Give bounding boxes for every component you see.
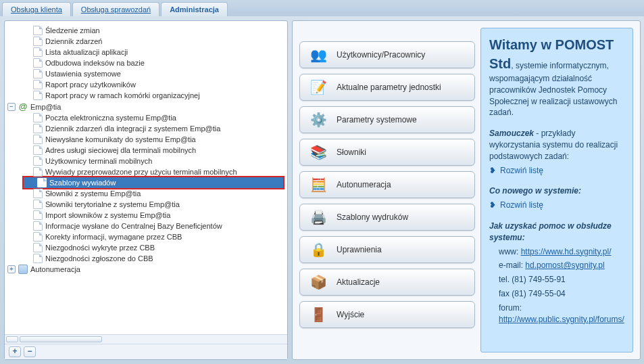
tree-item[interactable]: Dziennik zdarzeń dla integracji z system… — [22, 123, 284, 134]
page-icon — [37, 178, 47, 187]
page-icon — [33, 210, 43, 220]
autonumeration-button[interactable]: 🧮Autonumeracja — [299, 171, 475, 198]
page-icon — [33, 189, 43, 198]
tree-item[interactable]: Raport pracy użytkowników — [22, 79, 284, 90]
dashboard-panel: 👥Użytkownicy/Pracownicy 📝Aktualne parame… — [292, 20, 641, 360]
books-icon: 📚 — [309, 143, 327, 161]
gear-icon: ⚙️ — [309, 111, 327, 129]
page-icon — [33, 167, 43, 177]
tree-footer: + − — [5, 344, 287, 359]
page-icon — [33, 69, 43, 78]
horizontal-scrollbar[interactable] — [5, 334, 287, 344]
edit-icon: 📝 — [309, 78, 327, 96]
tab-administracja[interactable]: Administracja — [161, 2, 228, 16]
unit-params-button[interactable]: 📝Aktualne parametry jednostki — [299, 74, 475, 101]
page-icon — [33, 47, 43, 57]
users-button[interactable]: 👥Użytkownicy/Pracownicy — [299, 41, 475, 68]
www-link[interactable]: https://www.hd.sygnity.pl/ — [521, 247, 612, 256]
door-icon: 🚪 — [309, 306, 327, 323]
page-icon — [33, 91, 43, 100]
expand-all-button[interactable]: + — [9, 346, 21, 357]
page-icon — [33, 254, 43, 263]
users-icon: 👥 — [309, 46, 327, 64]
print-templates-button[interactable]: 🖨️Szablony wydruków — [299, 204, 475, 231]
contact-tel: tel. (81) 749-55-91 — [499, 274, 624, 286]
action-buttons: 👥Użytkownicy/Pracownicy 📝Aktualne parame… — [299, 28, 475, 352]
page-icon — [33, 26, 43, 35]
news-title: Co nowego w systemie: — [489, 186, 581, 196]
exit-button[interactable]: 🚪Wyjście — [299, 301, 475, 328]
page-icon — [33, 37, 43, 46]
tree-item[interactable]: Szablony wywiadów — [22, 176, 284, 189]
page-icon — [33, 58, 43, 68]
tree-item[interactable]: Słowniki terytorialne z systemu Emp@tia — [22, 199, 284, 210]
page-icon — [33, 135, 43, 144]
expand-samouczek[interactable]: ❥ Rozwiń listę — [489, 165, 624, 177]
tree-item[interactable]: Lista aktualizacji aplikacji — [22, 47, 284, 58]
dictionaries-button[interactable]: 📚Słowniki — [299, 139, 475, 166]
nav-tree[interactable]: Śledzenie zmianDziennik zdarzeńLista akt… — [5, 21, 287, 334]
collapse-icon[interactable]: − — [7, 103, 16, 111]
tree-item[interactable]: Import słowników z systemu Emp@tia — [22, 210, 284, 221]
tree-item[interactable]: Słowniki z systemu Emp@tia — [22, 188, 284, 199]
updates-button[interactable]: 📦Aktualizacje — [299, 269, 475, 296]
page-icon — [33, 80, 43, 89]
tree-root: Śledzenie zmianDziennik zdarzeńLista akt… — [7, 25, 284, 275]
expand-icon[interactable]: + — [7, 265, 16, 273]
page-icon — [33, 156, 43, 166]
page-icon — [33, 113, 43, 122]
contact-www: www: https://www.hd.sygnity.pl/ — [499, 246, 624, 258]
tree-group-autonumeracja[interactable]: Autonumeracja — [30, 265, 80, 273]
at-icon: @ — [18, 101, 28, 112]
package-icon: 📦 — [309, 273, 327, 291]
contact-email: e-mail: hd.pomost@sygnity.pl — [499, 260, 624, 271]
tree-item[interactable]: Śledzenie zmian — [22, 25, 284, 36]
tab-obsluga-sprawozdan[interactable]: Obsługa sprawozdań — [72, 2, 159, 16]
tab-bar: Obsługa klienta Obsługa sprawozdań Admin… — [0, 0, 644, 16]
collapse-all-button[interactable]: − — [24, 346, 36, 357]
permissions-button[interactable]: 🔒Uprawnienia — [299, 236, 475, 263]
tree-item[interactable]: Niezgodności wykryte przez CBB — [22, 242, 284, 253]
contact-fax: fax (81) 749-55-04 — [499, 288, 624, 300]
help-title: Jak uzyskać pomoc w obsłudze systemu: — [489, 221, 612, 242]
chevron-down-icon: ❥ — [489, 200, 496, 211]
welcome-panel: Witamy w POMOST Std, systemie informatyc… — [480, 28, 633, 352]
page-icon — [33, 221, 43, 231]
tree-item[interactable]: Odbudowa indeksów na bazie — [22, 58, 284, 68]
tree-item[interactable]: Niezgodności zgłoszone do CBB — [22, 253, 284, 264]
lock-icon: 🔒 — [309, 241, 327, 258]
grid-icon — [18, 265, 28, 274]
tree-item[interactable]: Adres usługi sieciowej dla terminali mob… — [22, 145, 284, 156]
tab-obsluga-klienta[interactable]: Obsługa klienta — [2, 2, 71, 16]
page-icon — [33, 200, 43, 209]
tree-item[interactable]: Użytkownicy terminali mobilnych — [22, 156, 284, 166]
tree-item[interactable]: Niewysłane komunikaty do systemu Emp@tia — [22, 134, 284, 145]
sys-params-button[interactable]: ⚙️Parametry systemowe — [299, 106, 475, 133]
samouczek-title: Samouczek — [489, 129, 534, 138]
tree-item[interactable]: Raport pracy w ramach komórki organizacy… — [22, 90, 284, 101]
tree-item[interactable]: Informacje wysłane do Centralnej Bazy Be… — [22, 221, 284, 231]
tree-item[interactable]: Ustawienia systemowe — [22, 68, 284, 79]
forum-link[interactable]: http://www.public.sygnity.pl/forums/ — [499, 315, 624, 324]
expand-news[interactable]: ❥ Rozwiń listę — [489, 200, 624, 211]
tree-item[interactable]: Poczta elektroniczna systemu Emp@tia — [22, 112, 284, 123]
email-link[interactable]: hd.pomost@sygnity.pl — [525, 260, 604, 270]
page-icon — [33, 124, 43, 133]
contact-forum: forum: http://www.public.sygnity.pl/foru… — [499, 302, 624, 325]
printer-icon: 🖨️ — [309, 208, 327, 226]
page-icon — [33, 243, 43, 252]
tree-item[interactable]: Dziennik zdarzeń — [22, 36, 284, 47]
page-icon — [33, 145, 43, 155]
nav-tree-panel: Śledzenie zmianDziennik zdarzeńLista akt… — [4, 20, 288, 360]
tree-group-empatia[interactable]: Emp@tia — [30, 103, 61, 111]
chevron-down-icon: ❥ — [489, 165, 496, 177]
calculator-icon: 🧮 — [309, 176, 327, 194]
page-icon — [33, 232, 43, 242]
tree-item[interactable]: Korekty informacji, wymagane przez CBB — [22, 231, 284, 242]
